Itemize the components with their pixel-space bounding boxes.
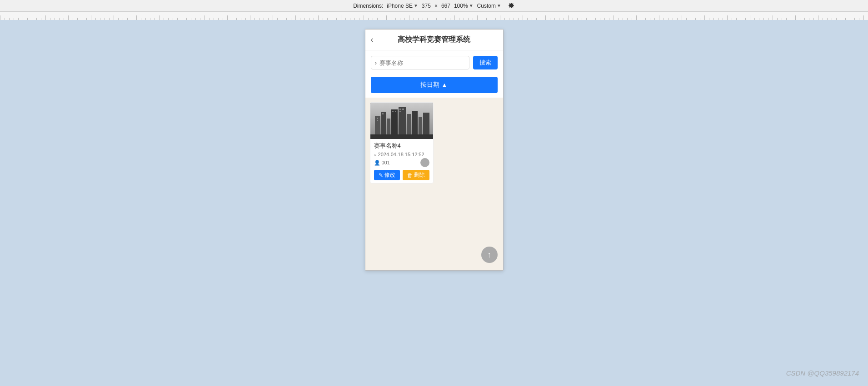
svg-rect-11: [377, 118, 378, 119]
card-user: 👤 001: [374, 160, 390, 166]
main-area: ‹ 高校学科竞赛管理系统 › 搜索 按日期 ▲: [0, 20, 868, 386]
sort-area: 按日期 ▲: [365, 73, 503, 98]
user-icon: 👤: [374, 160, 380, 166]
card-body: 赛事名称4 ○ 2024-04-18 15:12:52 👤 001: [370, 139, 433, 183]
svg-rect-19: [370, 134, 433, 139]
svg-rect-12: [377, 120, 378, 121]
user-avatar: [420, 158, 429, 167]
search-input[interactable]: [379, 59, 465, 66]
svg-rect-15: [395, 111, 396, 112]
sort-label: 按日期: [420, 81, 439, 89]
card-image: [370, 103, 433, 139]
scroll-top-icon: ↑: [487, 250, 491, 260]
search-area: › 搜索: [365, 50, 503, 73]
delete-button[interactable]: 🗑 删除: [403, 170, 429, 180]
settings-icon[interactable]: [508, 2, 515, 10]
back-button[interactable]: ‹: [371, 35, 374, 45]
card-date: ○ 2024-04-18 15:12:52: [374, 152, 429, 157]
zoom-dropdown-arrow: ▼: [469, 3, 474, 8]
back-icon: ‹: [371, 35, 374, 45]
custom-dropdown-arrow: ▼: [497, 3, 501, 8]
svg-rect-17: [399, 111, 401, 112]
card-actions: ✎ 修改 🗑 删除: [374, 170, 429, 180]
sort-icon: ▲: [441, 81, 448, 89]
top-bar: Dimensions: iPhone SE ▼ 375 × 667 100% ▼…: [0, 0, 868, 12]
custom-selector[interactable]: Custom ▼: [477, 3, 501, 9]
edit-button[interactable]: ✎ 修改: [374, 170, 400, 180]
scroll-top-button[interactable]: ↑: [481, 247, 498, 263]
app-title: 高校学科竞赛管理系统: [398, 35, 470, 45]
search-input-wrapper: ›: [371, 56, 469, 69]
width-value: 375: [422, 3, 431, 9]
svg-rect-16: [399, 109, 401, 110]
ruler: [0, 12, 868, 20]
content-area: 赛事名称4 ○ 2024-04-18 15:12:52 👤 001: [365, 98, 503, 270]
svg-rect-13: [382, 113, 384, 114]
delete-icon: 🗑: [407, 172, 413, 178]
sort-by-date-button[interactable]: 按日期 ▲: [371, 77, 498, 93]
svg-rect-14: [392, 111, 394, 112]
dimensions-label: Dimensions:: [353, 3, 383, 9]
search-arrow-icon: ›: [375, 59, 377, 66]
edit-icon: ✎: [379, 172, 383, 178]
watermark: CSDN @QQ359892174: [786, 369, 859, 377]
search-button[interactable]: 搜索: [473, 56, 498, 69]
svg-rect-18: [402, 109, 404, 110]
mobile-frame: ‹ 高校学科竞赛管理系统 › 搜索 按日期 ▲: [365, 29, 504, 271]
device-dropdown-arrow: ▼: [414, 3, 418, 8]
card-title: 赛事名称4: [374, 142, 429, 150]
height-value: 667: [441, 3, 450, 9]
device-selector[interactable]: iPhone SE ▼: [387, 3, 418, 9]
dimension-x-separator: ×: [434, 3, 438, 9]
app-header: ‹ 高校学科竞赛管理系统: [365, 30, 503, 50]
event-card: 赛事名称4 ○ 2024-04-18 15:12:52 👤 001: [370, 102, 434, 183]
clock-icon: ○: [374, 152, 377, 157]
zoom-selector[interactable]: 100% ▼: [454, 3, 474, 9]
